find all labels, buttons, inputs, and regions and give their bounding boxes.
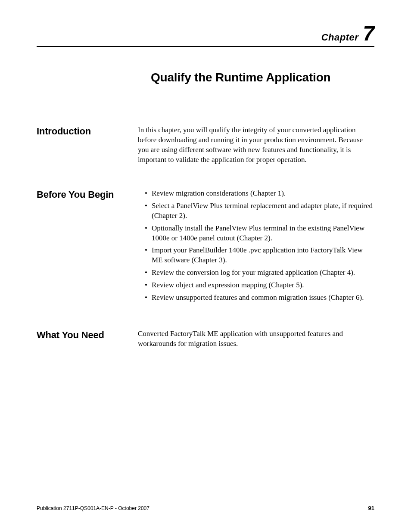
chapter-number: 7 [363, 22, 374, 45]
chapter-header: Chapter 7 [37, 22, 374, 45]
section-introduction: Introduction In this chapter, you will q… [37, 125, 374, 165]
list-item: Optionally install the PanelView Plus te… [145, 224, 374, 243]
list-item: Review the conversion log for your migra… [145, 268, 374, 278]
page-footer: Publication 2711P-QS001A-EN-P - October … [37, 505, 374, 511]
what-you-need-text: Converted FactoryTalk ME application wit… [138, 329, 374, 349]
body-what-you-need: Converted FactoryTalk ME application wit… [138, 329, 374, 349]
list-item: Review migration considerations (Chapter… [145, 189, 374, 199]
page: Chapter 7 Qualify the Runtime Applicatio… [0, 0, 411, 532]
body-before-you-begin: Review migration considerations (Chapter… [138, 189, 374, 305]
heading-introduction: Introduction [37, 125, 138, 137]
section-what-you-need: What You Need Converted FactoryTalk ME a… [37, 329, 374, 349]
publication-id: Publication 2711P-QS001A-EN-P - October … [37, 505, 149, 511]
page-title: Qualify the Runtime Application [151, 71, 374, 84]
heading-before-you-begin: Before You Begin [37, 189, 138, 200]
body-introduction: In this chapter, you will qualify the in… [138, 125, 374, 165]
list-item: Review object and expression mapping (Ch… [145, 280, 374, 290]
list-item: Review unsupported features and common m… [145, 293, 374, 303]
heading-what-you-need: What You Need [37, 329, 138, 341]
page-number: 91 [368, 505, 374, 511]
list-item: Import your PanelBuilder 1400e .pvc appl… [145, 246, 374, 265]
chapter-label: Chapter [321, 32, 359, 43]
before-bullet-list: Review migration considerations (Chapter… [138, 189, 374, 303]
introduction-text: In this chapter, you will qualify the in… [138, 125, 374, 165]
list-item: Select a PanelView Plus terminal replace… [145, 201, 374, 221]
section-before-you-begin: Before You Begin Review migration consid… [37, 189, 374, 305]
header-rule [37, 46, 374, 47]
